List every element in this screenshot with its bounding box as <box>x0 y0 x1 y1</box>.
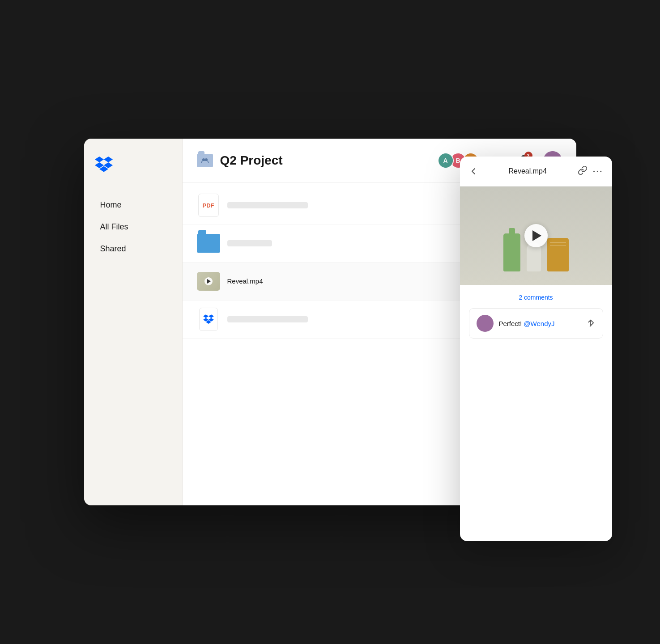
panel-header: Reveal.mp4 ··· <box>460 157 612 186</box>
panel-comments: 2 comments Perfect! @WendyJ <box>460 285 612 541</box>
panel-link-icon[interactable] <box>578 165 588 177</box>
video-play-btn-small[interactable] <box>204 277 213 285</box>
comments-count: 2 comments <box>469 294 603 301</box>
comment-input-row[interactable]: Perfect! @WendyJ <box>469 308 603 339</box>
panel-back-button[interactable] <box>469 167 478 176</box>
team-avatar-1[interactable]: A <box>438 153 454 169</box>
folder-title: Q2 Project <box>220 153 430 168</box>
panel-title: Reveal.mp4 <box>483 167 572 175</box>
folder-icon <box>197 154 213 167</box>
sidebar-item-home[interactable]: Home <box>95 196 171 214</box>
video-preview <box>460 186 612 285</box>
video-play-button[interactable] <box>524 224 548 247</box>
comment-send-button[interactable] <box>586 318 596 328</box>
dropbox-logo[interactable] <box>95 157 171 174</box>
pdf-file-icon: PDF <box>197 194 220 217</box>
panel-more-menu[interactable]: ··· <box>593 166 603 177</box>
nav-menu: Home All Files Shared <box>95 196 171 258</box>
pdf-label: PDF <box>203 202 214 209</box>
folder-file-icon <box>197 232 220 255</box>
video-file-icon <box>197 270 220 293</box>
comment-user-avatar <box>477 315 494 332</box>
sidebar: Home All Files Shared <box>84 139 183 505</box>
sidebar-item-all-files[interactable]: All Files <box>95 218 171 236</box>
side-panel: Reveal.mp4 ··· <box>460 157 612 541</box>
comment-mention: @WendyJ <box>524 320 554 327</box>
svg-rect-5 <box>589 322 594 326</box>
dropbox-file-icon <box>197 308 220 331</box>
comment-text-display: Perfect! @WendyJ <box>499 320 580 327</box>
sidebar-item-shared[interactable]: Shared <box>95 240 171 258</box>
